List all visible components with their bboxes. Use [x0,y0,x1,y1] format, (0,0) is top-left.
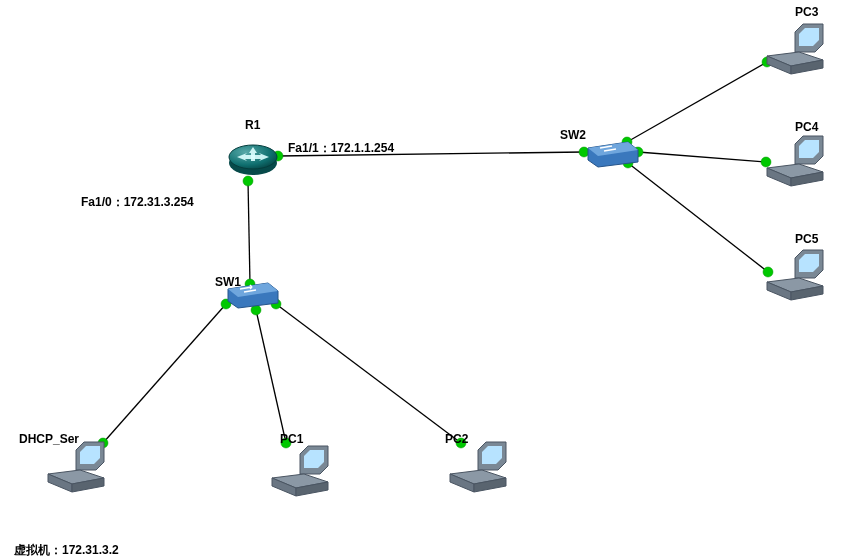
node-pc-pc4[interactable] [765,134,827,190]
link-sw2-pc5[interactable] [628,163,768,272]
router-icon [227,133,279,185]
link-sw2-pc3[interactable] [627,62,767,142]
label-pc5: PC5 [795,232,818,246]
label-dhcp: DHCP_Ser [19,432,79,446]
node-pc-pc5[interactable] [765,248,827,304]
pc-icon [765,22,827,78]
label-pc3: PC3 [795,5,818,19]
label-pc1: PC1 [280,432,303,446]
link-sw2-pc4[interactable] [638,152,766,162]
label-pc4: PC4 [795,120,818,134]
label-vm-ip: 虚拟机：172.31.3.2 [14,542,119,559]
label-r1: R1 [245,118,260,132]
link-r1-sw1[interactable] [248,181,250,284]
link-sw1-pc1[interactable] [256,310,286,443]
node-pc-dhcp-ser[interactable] [46,440,108,496]
pc-icon [270,444,332,500]
links-layer [0,0,868,559]
label-sw2: SW2 [560,128,586,142]
node-router-r1[interactable] [227,133,279,185]
node-switch-sw2[interactable] [582,140,640,168]
node-pc-pc3[interactable] [765,22,827,78]
switch-icon [582,140,640,168]
label-pc2: PC2 [445,432,468,446]
pc-icon [765,134,827,190]
label-interface-fa10: Fa1/0：172.31.3.254 [81,194,194,211]
pc-icon [448,440,510,496]
link-sw1-pc2[interactable] [276,304,461,443]
label-interface-fa11: Fa1/1：172.1.1.254 [288,140,394,157]
node-pc-pc2[interactable] [448,440,510,496]
link-sw1-dhcp[interactable] [103,304,226,443]
label-sw1: SW1 [215,275,241,289]
node-pc-pc1[interactable] [270,444,332,500]
pc-icon [46,440,108,496]
pc-icon [765,248,827,304]
